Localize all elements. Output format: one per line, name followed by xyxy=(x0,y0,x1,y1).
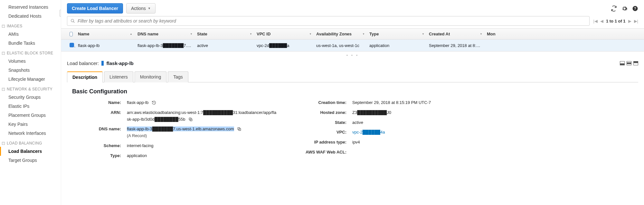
nav-section-images[interactable]: −IMAGES xyxy=(0,21,61,30)
tab-description[interactable]: Description xyxy=(67,71,103,82)
label-state: State: xyxy=(298,119,352,126)
tab-tags[interactable]: Tags xyxy=(168,71,188,82)
cell-vpc: vpc-2d██████a xyxy=(254,43,314,48)
vpc-link[interactable]: vpc-2██████4a xyxy=(352,130,385,135)
label-arn: ARN: xyxy=(72,109,127,123)
col-mon[interactable]: Mon xyxy=(484,32,638,36)
sort-icon: ▾ xyxy=(310,33,311,35)
panel-maximize-icon[interactable] xyxy=(633,61,638,65)
col-dns[interactable]: DNS name▾ xyxy=(135,32,194,36)
label-creation-time: Creation time: xyxy=(298,99,352,106)
search-icon xyxy=(71,19,75,23)
value-scheme: internet-facing xyxy=(127,143,278,149)
row-checkbox[interactable] xyxy=(70,43,74,47)
nav-section-load-balancing[interactable]: −LOAD BALANCING xyxy=(0,138,61,147)
cell-type: application xyxy=(367,43,426,48)
copy-icon[interactable] xyxy=(188,117,193,122)
table-header: Name▲ DNS name▾ State▾ VPC ID▾ Availabil… xyxy=(61,29,644,40)
value-hosted-zone: Z3██████████J0 xyxy=(352,109,504,116)
value-ip-type: ipv4 xyxy=(352,139,504,146)
actions-button[interactable]: Actions▼ xyxy=(126,3,156,14)
value-dns: flask-app-lb-3███████7.us-west-1.elb.ama… xyxy=(127,126,278,139)
sort-icon: ▾ xyxy=(422,33,424,35)
nav-item-target-groups[interactable]: Target Groups xyxy=(0,156,61,165)
nav-item-network-interfaces[interactable]: Network Interfaces xyxy=(0,129,61,138)
detail-tabs: Description Listeners Monitoring Tags xyxy=(67,71,638,82)
value-state: active xyxy=(352,119,504,126)
main-content: Create Load Balancer Actions▼ ? |◀ xyxy=(61,0,644,205)
pager-text: 1 to 1 of 1 xyxy=(606,19,626,23)
pager-prev-icon[interactable]: ◀ xyxy=(600,19,603,23)
label-dns: DNS name: xyxy=(72,126,127,139)
pager-next-icon[interactable]: ▶ xyxy=(628,19,631,23)
toolbar: Create Load Balancer Actions▼ ? xyxy=(61,0,644,16)
pager-last-icon[interactable]: ▶| xyxy=(634,19,638,23)
history-icon[interactable] xyxy=(152,100,156,105)
nav-section-ebs[interactable]: −ELASTIC BLOCK STORE xyxy=(0,48,61,57)
nav-item-reserved-instances[interactable]: Reserved Instances xyxy=(0,3,61,12)
props-left: Name: flask-app-lb ARN: arn:aws:elasticl… xyxy=(72,99,278,163)
pager-first-icon[interactable]: |◀ xyxy=(593,19,598,23)
value-type: application xyxy=(127,153,278,159)
load-balancer-table: Name▲ DNS name▾ State▾ VPC ID▾ Availabil… xyxy=(61,28,644,51)
cell-created: September 29, 2018 at 8:15:… xyxy=(426,43,484,48)
copy-icon[interactable] xyxy=(237,127,242,131)
value-arn: arn:aws:elasticloadbalancing:us-west-1:7… xyxy=(127,109,278,123)
col-az[interactable]: Availability Zones▾ xyxy=(314,32,367,36)
tab-listeners[interactable]: Listeners xyxy=(104,71,133,82)
value-name: flask-app-lb xyxy=(127,99,278,106)
refresh-icon[interactable] xyxy=(611,5,617,12)
caret-down-icon: ▼ xyxy=(148,7,151,10)
search-box[interactable] xyxy=(67,16,590,26)
sort-asc-icon: ▲ xyxy=(130,33,132,35)
nav-item-snapshots[interactable]: Snapshots xyxy=(0,66,61,75)
pager: |◀ ◀ 1 to 1 of 1 ▶ ▶| xyxy=(593,19,638,23)
search-input[interactable] xyxy=(78,18,586,23)
nav-section-network[interactable]: −NETWORK & SECURITY xyxy=(0,84,61,93)
value-creation-time: September 29, 2018 at 8:15:19 PM UTC-7 xyxy=(352,99,504,106)
cell-dns: flask-app-lb-3███████7.us-w… xyxy=(135,43,194,48)
label-waf: AWS WAF Web ACL: xyxy=(298,149,352,156)
nav-item-elastic-ips[interactable]: Elastic IPs xyxy=(0,102,61,111)
section-heading: Basic Configuration xyxy=(72,88,638,95)
sort-icon: ▾ xyxy=(250,33,251,35)
col-vpc[interactable]: VPC ID▾ xyxy=(254,32,314,36)
cell-name: flask-app-lb xyxy=(75,43,135,48)
label-type: Type: xyxy=(72,153,127,159)
nav-item-key-pairs[interactable]: Key Pairs xyxy=(0,120,61,129)
gear-icon[interactable] xyxy=(621,5,628,12)
nav-item-bundle-tasks[interactable]: Bundle Tasks xyxy=(0,39,61,48)
svg-line-3 xyxy=(73,22,75,23)
select-all-checkbox[interactable] xyxy=(70,32,73,36)
sidebar-collapse-icon[interactable]: ◀ xyxy=(60,10,61,17)
nav-item-load-balancers[interactable]: Load Balancers xyxy=(0,147,61,156)
resize-handle[interactable]: ● ● ● xyxy=(61,51,644,59)
sort-icon: ▾ xyxy=(191,33,192,35)
create-load-balancer-button[interactable]: Create Load Balancer xyxy=(67,3,123,14)
label-scheme: Scheme: xyxy=(72,143,127,149)
label-vpc: VPC: xyxy=(298,129,352,136)
col-name[interactable]: Name▲ xyxy=(75,32,135,36)
detail-panel: Load balancer: flask-app-lb Description … xyxy=(61,59,644,166)
col-type[interactable]: Type▾ xyxy=(367,32,426,36)
nav-item-amis[interactable]: AMIs xyxy=(0,30,61,39)
svg-text:?: ? xyxy=(634,6,636,10)
cell-state: active xyxy=(194,43,254,48)
tab-monitoring[interactable]: Monitoring xyxy=(135,71,166,82)
cell-az: us-west-1a, us-west-1c xyxy=(314,43,367,48)
table-row[interactable]: flask-app-lb flask-app-lb-3███████7.us-w… xyxy=(61,40,644,51)
nav-item-volumes[interactable]: Volumes xyxy=(0,57,61,66)
panel-minimize-icon[interactable] xyxy=(620,61,625,65)
col-state[interactable]: State▾ xyxy=(194,32,254,36)
search-row: |◀ ◀ 1 to 1 of 1 ▶ ▶| xyxy=(61,16,644,28)
nav-item-lifecycle-manager[interactable]: Lifecycle Manager xyxy=(0,75,61,84)
nav-item-security-groups[interactable]: Security Groups xyxy=(0,93,61,102)
help-icon[interactable]: ? xyxy=(632,5,638,12)
selection-marker-icon xyxy=(101,61,104,66)
col-created[interactable]: Created At▾ xyxy=(426,32,484,36)
label-name: Name: xyxy=(72,99,127,106)
nav-item-placement-groups[interactable]: Placement Groups xyxy=(0,111,61,120)
nav-item-dedicated-hosts[interactable]: Dedicated Hosts xyxy=(0,12,61,21)
detail-title: Load balancer: flask-app-lb xyxy=(67,61,134,66)
panel-restore-icon[interactable] xyxy=(627,61,631,65)
